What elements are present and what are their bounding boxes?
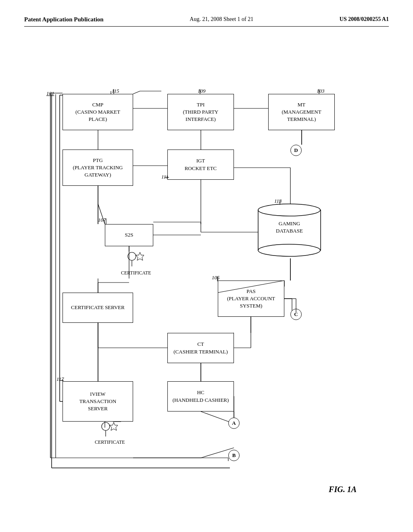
ref-arrow-107 bbox=[101, 218, 107, 225]
ref-arrow-103 bbox=[317, 89, 321, 95]
svg-marker-56 bbox=[110, 422, 118, 430]
tpi-label: TPI(THIRD PARTYINTERFACE) bbox=[183, 101, 219, 123]
ref-arrow-113 bbox=[277, 200, 282, 205]
ref-arrow-111 bbox=[165, 175, 169, 180]
box-ptg: PTG(PLAYER TRACKINGGATEWAY) bbox=[63, 150, 133, 186]
ref-101: 101 bbox=[46, 90, 54, 97]
sheet-info: Aug. 21, 2008 Sheet 1 of 21 bbox=[190, 16, 253, 23]
igt-label: IGTROCKET ETC bbox=[185, 157, 217, 172]
box-tpi: TPI(THIRD PARTYINTERFACE) bbox=[167, 94, 234, 130]
box-hc: HC(HANDHELD CASHIER) bbox=[167, 381, 234, 411]
box-igt: IGTROCKET ETC bbox=[167, 150, 234, 180]
cert-icon-2-area: CERTIFICATE bbox=[95, 422, 125, 445]
iview-label: IVIEWTRANSACTIONSERVER bbox=[79, 391, 117, 413]
cert-icon-1-svg bbox=[126, 250, 146, 268]
diagram: 101 CMP(CASINO MARKETPLACE) 115 TPI(THIR… bbox=[24, 31, 389, 506]
ref-arrow-115 bbox=[111, 89, 117, 95]
gaming-database-label: GAMINGDATABASE bbox=[256, 220, 323, 235]
box-mt: MT(MANAGEMENTTERMINAL) bbox=[268, 94, 335, 130]
box-pas: PAS(PLAYER ACCOUNTSYSTEM) bbox=[218, 281, 284, 317]
svg-marker-52 bbox=[136, 252, 144, 260]
box-iview: IVIEWTRANSACTIONSERVER bbox=[63, 381, 133, 422]
cert-server-label: CERTIFICATE SERVER bbox=[71, 304, 125, 311]
box-cmp: CMP(CASINO MARKETPLACE) bbox=[63, 94, 133, 130]
box-ct: CT(CASHIER TERMINAL) bbox=[167, 333, 234, 363]
hc-label: HC(HANDHELD CASHIER) bbox=[173, 389, 229, 403]
pas-label: PAS(PLAYER ACCOUNTSYSTEM) bbox=[227, 288, 275, 310]
fig-label: FIG. 1A bbox=[329, 485, 357, 494]
publication-label: Patent Application Publication bbox=[24, 16, 104, 23]
header: Patent Application Publication Aug. 21, … bbox=[24, 16, 389, 27]
circle-B: B bbox=[228, 450, 240, 461]
ptg-label: PTG(PLAYER TRACKINGGATEWAY) bbox=[73, 157, 123, 179]
mt-label: MT(MANAGEMENTTERMINAL) bbox=[282, 101, 321, 123]
cert-label-2: CERTIFICATE bbox=[95, 439, 125, 445]
circle-C: C bbox=[290, 309, 302, 320]
ref-arrow-117 bbox=[60, 378, 65, 383]
svg-point-54 bbox=[102, 422, 110, 430]
patent-number: US 2008/0200255 A1 bbox=[340, 16, 389, 23]
ref-arrow-109 bbox=[198, 89, 202, 95]
ref-arrow-105 bbox=[215, 276, 220, 282]
svg-line-58 bbox=[133, 91, 140, 94]
svg-point-50 bbox=[128, 252, 136, 260]
svg-point-46 bbox=[258, 204, 320, 216]
ct-label: CT(CASHIER TERMINAL) bbox=[173, 341, 227, 355]
circle-D: D bbox=[290, 145, 302, 156]
cmp-label: CMP(CASINO MARKETPLACE) bbox=[75, 101, 120, 123]
cert-label-1: CERTIFICATE bbox=[121, 270, 151, 276]
box-cert-server: CERTIFICATE SERVER bbox=[63, 293, 133, 323]
svg-point-47 bbox=[258, 244, 320, 256]
circle-A: A bbox=[228, 418, 240, 429]
gaming-database: GAMINGDATABASE bbox=[256, 202, 323, 258]
s2s-label: S2S bbox=[125, 231, 133, 239]
cert-icon-2-svg bbox=[100, 422, 120, 438]
page: Patent Application Publication Aug. 21, … bbox=[0, 0, 413, 532]
box-s2s: S2S bbox=[105, 224, 153, 246]
cert-icon-1-area: CERTIFICATE bbox=[121, 250, 151, 276]
